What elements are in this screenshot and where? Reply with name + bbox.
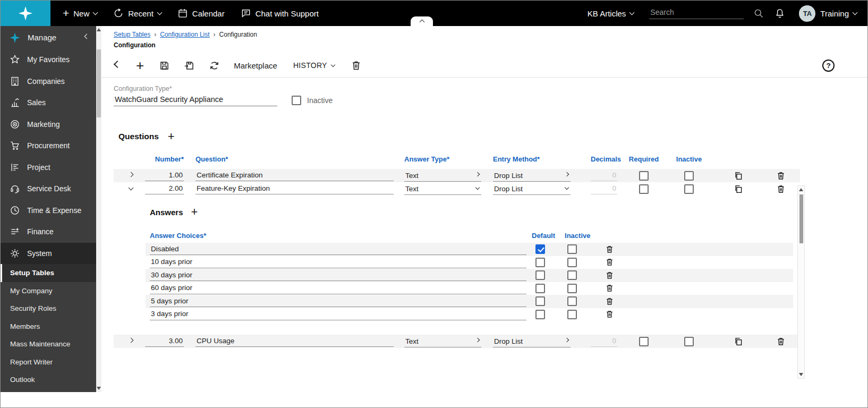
sidebar-collapse-icon[interactable] xyxy=(84,34,90,39)
scroll-up-arrow[interactable] xyxy=(799,188,803,191)
add-question-button[interactable]: + xyxy=(168,131,175,142)
inactive-checkbox[interactable] xyxy=(292,96,301,105)
sidebar-subitem-report-writer[interactable]: Report Writer xyxy=(1,353,96,371)
delete-button[interactable] xyxy=(351,60,362,71)
answer-type-select[interactable]: Text xyxy=(404,336,481,347)
scroll-down-arrow[interactable] xyxy=(97,387,101,390)
entry-method-select[interactable]: Drop List xyxy=(493,183,571,195)
required-checkbox[interactable] xyxy=(639,337,649,346)
breadcrumb-link-configuration-list[interactable]: Configuration List xyxy=(160,31,209,38)
marketplace-button[interactable]: Marketplace xyxy=(234,61,277,70)
sidebar-subitem-outlook[interactable]: Outlook xyxy=(1,371,96,389)
topbar-collapse-button[interactable] xyxy=(411,16,433,26)
answer-choice-input[interactable] xyxy=(150,309,526,320)
sidebar-item-system[interactable]: System xyxy=(1,243,96,265)
default-checkbox[interactable] xyxy=(535,270,545,280)
scroll-down-arrow[interactable] xyxy=(799,373,803,376)
answer-choice-input[interactable] xyxy=(150,270,526,281)
answer-choice-input[interactable] xyxy=(150,283,526,294)
answer-type-select[interactable]: Text xyxy=(404,183,481,195)
delete-answer-button[interactable] xyxy=(605,310,614,319)
question-number-input[interactable] xyxy=(145,170,184,181)
search-button[interactable] xyxy=(748,1,769,26)
question-text-input[interactable] xyxy=(195,170,394,181)
inactive-checkbox[interactable] xyxy=(567,258,577,267)
app-logo[interactable] xyxy=(1,1,50,26)
chat-support-button[interactable]: Chat with Support xyxy=(233,1,327,26)
delete-answer-button[interactable] xyxy=(605,245,614,254)
inactive-checkbox[interactable] xyxy=(567,296,577,306)
default-checkbox[interactable] xyxy=(535,296,545,306)
add-answer-button[interactable]: + xyxy=(191,206,198,218)
new-button[interactable]: + New xyxy=(55,1,105,26)
delete-answer-button[interactable] xyxy=(605,284,614,293)
sidebar-item-marketing[interactable]: Marketing xyxy=(1,114,96,135)
back-button[interactable] xyxy=(115,64,120,67)
save-button[interactable] xyxy=(159,60,170,71)
inactive-checkbox[interactable] xyxy=(567,284,577,293)
collapse-row-chevron[interactable] xyxy=(127,186,135,192)
decimals-input[interactable] xyxy=(591,170,617,181)
delete-answer-button[interactable] xyxy=(605,297,614,306)
sidebar-item-time-expense[interactable]: Time & Expense xyxy=(1,200,96,222)
sidebar-item-my-favorites[interactable]: My Favorites xyxy=(1,49,96,71)
answer-type-select[interactable]: Text xyxy=(404,170,481,182)
questions-scrollbar[interactable] xyxy=(797,185,805,379)
sidebar-item-service-desk[interactable]: Service Desk xyxy=(1,178,96,200)
sidebar-subitem-setup-tables[interactable]: Setup Tables xyxy=(1,264,96,282)
sidebar-subitem-security-roles[interactable]: Security Roles xyxy=(1,300,96,318)
decimals-input[interactable] xyxy=(591,183,617,194)
question-text-input[interactable] xyxy=(195,336,394,347)
scrollbar-thumb[interactable] xyxy=(799,194,803,243)
answer-choice-input[interactable] xyxy=(150,296,526,307)
delete-question-button[interactable] xyxy=(776,184,786,194)
delete-question-button[interactable] xyxy=(776,171,786,181)
delete-answer-button[interactable] xyxy=(605,258,614,267)
inactive-checkbox[interactable] xyxy=(567,270,577,280)
scrollbar-thumb[interactable] xyxy=(97,49,101,117)
default-checkbox[interactable] xyxy=(535,284,545,293)
inactive-checkbox[interactable] xyxy=(684,184,694,194)
sidebar-item-project[interactable]: Project xyxy=(1,157,96,178)
required-checkbox[interactable] xyxy=(639,171,649,181)
avatar[interactable]: TA xyxy=(799,5,815,22)
entry-method-select[interactable]: Drop List xyxy=(493,170,571,182)
copy-question-button[interactable] xyxy=(734,337,743,346)
search-input[interactable] xyxy=(649,7,744,17)
copy-question-button[interactable] xyxy=(734,171,743,181)
delete-question-button[interactable] xyxy=(776,337,786,346)
help-button[interactable]: ? xyxy=(822,60,835,72)
question-number-input[interactable] xyxy=(145,336,184,347)
default-checkbox[interactable] xyxy=(535,244,545,254)
refresh-button[interactable] xyxy=(209,60,220,71)
inactive-checkbox[interactable] xyxy=(567,244,577,254)
inactive-checkbox[interactable] xyxy=(684,171,694,181)
question-text-input[interactable] xyxy=(195,183,394,194)
kb-articles-button[interactable]: KB Articles xyxy=(580,1,642,26)
sidebar-item-finance[interactable]: Finance xyxy=(1,221,96,243)
scroll-up-arrow[interactable] xyxy=(97,28,101,31)
sidebar-item-companies[interactable]: Companies xyxy=(1,71,96,92)
delete-answer-button[interactable] xyxy=(605,271,614,280)
expand-row-chevron[interactable] xyxy=(127,338,135,344)
default-checkbox[interactable] xyxy=(535,258,545,267)
sidebar-scrollbar[interactable] xyxy=(96,26,101,392)
entry-method-select[interactable]: Drop List xyxy=(493,336,571,347)
notifications-button[interactable] xyxy=(769,1,790,26)
question-number-input[interactable] xyxy=(145,183,184,194)
expand-row-chevron[interactable] xyxy=(127,173,135,178)
history-button[interactable]: HISTORY xyxy=(293,61,335,70)
sidebar-item-sales[interactable]: Sales xyxy=(1,92,96,114)
sidebar-item-procurement[interactable]: Procurement xyxy=(1,135,96,157)
recent-button[interactable]: Recent xyxy=(105,1,169,26)
default-checkbox[interactable] xyxy=(535,310,545,319)
breadcrumb-link-setup-tables[interactable]: Setup Tables xyxy=(114,31,150,38)
required-checkbox[interactable] xyxy=(639,184,649,194)
answer-choice-input[interactable] xyxy=(150,244,526,255)
sidebar-subitem-my-company[interactable]: My Company xyxy=(1,282,96,300)
sidebar-subitem-mass-maintenance[interactable]: Mass Maintenance xyxy=(1,335,96,353)
copy-question-button[interactable] xyxy=(734,184,743,194)
inactive-checkbox[interactable] xyxy=(684,337,694,346)
account-menu-button[interactable]: Training xyxy=(820,1,867,26)
sidebar-subitem-members[interactable]: Members xyxy=(1,318,96,336)
